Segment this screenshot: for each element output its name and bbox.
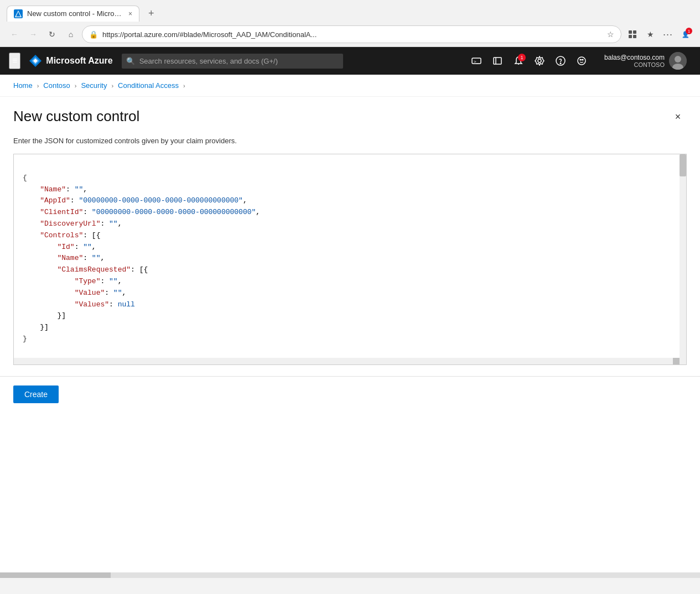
json-line-claims-open: "ClaimsRequested": [{ — [23, 265, 148, 274]
more-dots: ··· — [663, 29, 673, 40]
azure-search-input[interactable] — [122, 54, 343, 69]
forward-button[interactable]: → — [25, 27, 41, 42]
search-icon: 🔍 — [126, 57, 135, 65]
back-button[interactable]: ← — [7, 27, 22, 42]
svg-text:>_: >_ — [474, 59, 479, 64]
azure-logo: Microsoft Azure — [29, 55, 112, 67]
address-bar[interactable]: 🔒 https://portal.azure.com/#blade/Micros… — [82, 25, 621, 43]
user-tenant: CONTOSO — [604, 61, 665, 68]
azure-search-area: 🔍 — [122, 54, 343, 69]
favorites-button[interactable]: ★ — [642, 27, 658, 42]
json-line-id: "Id": "", — [23, 243, 96, 251]
user-email: balas@contoso.com — [604, 54, 665, 61]
azure-brand-name: Microsoft Azure — [46, 56, 112, 66]
json-line-appid: "AppId": "00000000-0000-0000-0000-000000… — [23, 196, 247, 205]
close-panel-button[interactable]: × — [669, 108, 687, 126]
json-line-type: "Type": "", — [23, 277, 122, 285]
profile-button[interactable]: 👤 1 — [678, 27, 693, 42]
breadcrumb: Home › Contoso › Security › Conditional … — [0, 75, 700, 97]
browser-toolbar: ★ ··· 👤 1 — [625, 27, 693, 42]
hamburger-menu-button[interactable]: ≡ — [9, 53, 20, 69]
breadcrumb-home[interactable]: Home — [13, 81, 33, 90]
json-line-controls-close: }] — [23, 323, 49, 331]
home-button[interactable]: ⌂ — [63, 27, 79, 42]
svg-rect-4 — [629, 35, 632, 38]
breadcrumb-security[interactable]: Security — [81, 81, 107, 90]
settings-button[interactable] — [530, 51, 549, 70]
panel-header: New custom control × — [13, 108, 687, 126]
svg-rect-11 — [494, 58, 501, 64]
create-button[interactable]: Create — [13, 385, 59, 403]
json-line-close: } — [23, 335, 27, 343]
browser-chrome: New custom control - Microsoft × + ← → ↻… — [0, 0, 700, 47]
svg-rect-5 — [633, 35, 636, 38]
cloud-shell-button[interactable]: >_ — [467, 51, 486, 70]
panel: New custom control × Enter the JSON for … — [0, 97, 700, 376]
feedback-button[interactable] — [572, 51, 591, 70]
notifications-badge: 1 — [518, 54, 526, 61]
scrollbar-thumb[interactable] — [680, 154, 686, 176]
svg-point-14 — [538, 59, 541, 62]
page-wrapper: Home › Contoso › Security › Conditional … — [0, 75, 700, 572]
notifications-button[interactable]: 1 — [509, 51, 528, 70]
lock-icon: 🔒 — [89, 30, 98, 39]
user-info: balas@contoso.com CONTOSO — [604, 54, 665, 68]
breadcrumb-sep-1: › — [75, 82, 77, 89]
panel-description: Enter the JSON for customized controls g… — [13, 137, 687, 145]
more-button[interactable]: ··· — [660, 27, 676, 42]
svg-point-16 — [560, 63, 561, 64]
svg-point-21 — [675, 56, 681, 62]
refresh-button[interactable]: ↻ — [44, 27, 60, 42]
breadcrumb-sep-0: › — [37, 82, 39, 89]
json-line-inner-name: "Name": "", — [23, 254, 105, 262]
browser-tab[interactable]: New custom control - Microsoft × — [7, 6, 139, 22]
svg-point-19 — [582, 59, 583, 60]
panel-title: New custom control — [13, 108, 139, 125]
json-line-values: "Values": null — [23, 300, 135, 309]
user-profile[interactable]: balas@contoso.com CONTOSO — [600, 50, 691, 72]
svg-point-18 — [580, 59, 581, 60]
scrollbar-track[interactable] — [680, 154, 686, 364]
svg-rect-3 — [633, 30, 636, 34]
panel-footer: Create — [0, 376, 700, 412]
user-avatar — [669, 52, 687, 70]
url-text: https://portal.azure.com/#blade/Microsof… — [102, 30, 603, 39]
json-line-clientid: "ClientId": "00000000-0000-0000-0000-000… — [23, 208, 260, 216]
horizontal-scrollbar-track[interactable] — [14, 358, 680, 364]
breadcrumb-sep-2: › — [111, 82, 113, 89]
bottom-scroll-thumb[interactable] — [0, 572, 111, 578]
json-line-value: "Value": "", — [23, 289, 126, 297]
json-editor-wrapper: { "Name": "", "AppId": "00000000-0000-00… — [13, 154, 687, 365]
azure-navbar: ≡ Microsoft Azure 🔍 >_ 1 — [0, 47, 700, 75]
tab-title: New custom control - Microsoft — [27, 9, 124, 18]
extensions-button[interactable] — [625, 27, 640, 42]
bookmark-icon[interactable]: ☆ — [607, 30, 614, 39]
json-editor[interactable]: { "Name": "", "AppId": "00000000-0000-00… — [14, 154, 686, 364]
azure-nav-icons: >_ 1 — [467, 51, 591, 70]
browser-titlebar: New custom control - Microsoft × + — [0, 0, 700, 22]
scroll-corner — [673, 358, 680, 364]
browser-bottom-scrollbar[interactable] — [0, 572, 700, 578]
svg-rect-2 — [629, 30, 632, 34]
json-line-open: { — [23, 174, 27, 182]
json-line-controls-open: "Controls": [{ — [23, 231, 100, 239]
new-tab-button[interactable]: + — [144, 8, 159, 19]
close-tab-button[interactable]: × — [128, 10, 132, 18]
browser-nav: ← → ↻ ⌂ 🔒 https://portal.azure.com/#blad… — [0, 22, 700, 46]
json-line-claims-close: }] — [23, 311, 66, 320]
breadcrumb-contoso[interactable]: Contoso — [43, 81, 70, 90]
json-line-discoveryurl: "DiscoveryUrl": "", — [23, 220, 122, 228]
help-button[interactable] — [551, 51, 570, 70]
notif-badge: 1 — [686, 28, 692, 34]
directory-button[interactable] — [488, 51, 507, 70]
json-line-name: "Name": "", — [23, 185, 87, 194]
svg-point-17 — [578, 57, 585, 65]
tab-favicon — [14, 9, 23, 18]
breadcrumb-sep-3: › — [183, 82, 185, 89]
breadcrumb-conditional-access[interactable]: Conditional Access — [118, 81, 179, 90]
